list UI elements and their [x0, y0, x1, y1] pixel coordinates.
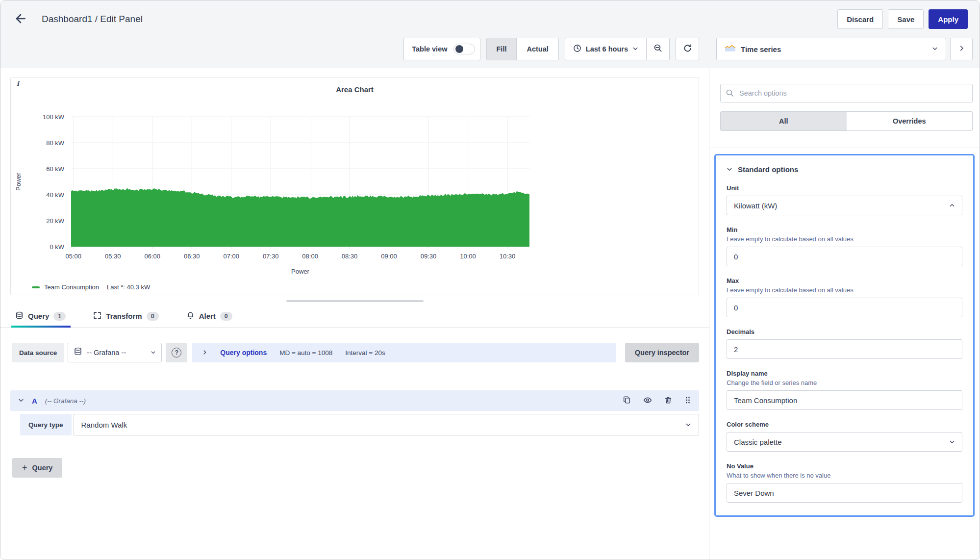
discard-button[interactable]: Discard [837, 9, 883, 29]
duplicate-query-button[interactable] [623, 396, 631, 406]
transform-icon [93, 311, 101, 321]
chevron-down-icon[interactable] [18, 396, 24, 405]
area-chart[interactable]: 0 kW20 kW40 kW60 kW80 kW100 kW05:0005:30… [11, 77, 699, 295]
bell-icon [186, 311, 195, 321]
query-type-label: Query type [20, 414, 72, 435]
time-series-icon [725, 44, 736, 54]
svg-text:09:30: 09:30 [421, 253, 437, 260]
tab-transform[interactable]: Transform 0 [93, 305, 158, 327]
tab-overrides[interactable]: Overrides [847, 112, 973, 130]
svg-text:60 kW: 60 kW [46, 165, 65, 173]
max-field: Max Leave empty to calculate based on al… [727, 277, 962, 317]
save-button[interactable]: Save [888, 9, 924, 29]
editor-tabs: Query 1 Transform 0 Alert 0 [0, 305, 709, 328]
edit-panel-window: Dashboard1 / Edit Panel Discard Save App… [0, 0, 980, 560]
datasource-select[interactable]: -- Grafana -- [68, 343, 162, 362]
tab-all[interactable]: All [721, 112, 847, 130]
database-icon [74, 347, 82, 358]
top-strip: Dashboard1 / Edit Panel Discard Save App… [0, 0, 980, 68]
chevron-down-icon [727, 165, 732, 174]
svg-text:08:00: 08:00 [302, 253, 318, 260]
actual-option[interactable]: Actual [517, 38, 558, 60]
topbar: Dashboard1 / Edit Panel Discard Save App… [0, 0, 980, 38]
legend-swatch [32, 286, 40, 288]
query-options-label: Query options [220, 349, 267, 356]
toggle-visibility-button[interactable] [643, 396, 652, 406]
left-column: i Area Chart 0 kW20 kW40 kW60 kW80 kW100… [0, 68, 709, 560]
color-scheme-field: Color scheme Classic palette [727, 421, 962, 452]
chevron-down-icon [632, 45, 638, 53]
toolbar-row: Table view Fill Actual Last 6 hours [0, 38, 980, 68]
tab-label: Transform [106, 312, 142, 320]
help-icon: ? [172, 348, 181, 357]
search-options-input[interactable] [720, 84, 973, 102]
unit-select[interactable]: Kilowatt (kW) [727, 196, 962, 215]
delete-query-button[interactable] [664, 396, 672, 406]
display-name-field: Display name Change the field or series … [727, 370, 962, 410]
decimals-input[interactable] [727, 339, 962, 359]
interval-stat: Interval = 20s [345, 349, 385, 356]
color-scheme-value: Classic palette [734, 438, 949, 446]
color-scheme-label: Color scheme [727, 421, 962, 428]
max-data-points-stat: MD = auto = 1008 [279, 349, 332, 356]
chevron-right-icon [202, 348, 207, 357]
query-options-bar[interactable]: Query options MD = auto = 1008 Interval … [192, 343, 616, 362]
no-value-input[interactable] [727, 483, 962, 503]
database-icon [15, 311, 24, 321]
chart-panel: i Area Chart 0 kW20 kW40 kW60 kW80 kW100… [10, 77, 699, 295]
clock-icon [573, 44, 581, 54]
display-name-input[interactable] [727, 390, 962, 410]
datasource-help-button[interactable]: ? [166, 343, 187, 362]
query-row-actions [623, 396, 691, 406]
tab-label: Alert [199, 312, 216, 320]
table-view-toggle[interactable] [453, 44, 475, 54]
plus-icon: + [22, 463, 27, 472]
main-area: i Area Chart 0 kW20 kW40 kW60 kW80 kW100… [0, 68, 980, 560]
chevron-down-icon [949, 438, 955, 446]
tab-count-badge: 0 [147, 312, 159, 321]
datasource-value: -- Grafana -- [87, 349, 146, 356]
table-view-label: Table view [412, 45, 447, 53]
query-type-select[interactable]: Random Walk [74, 414, 699, 435]
no-value-label: No Value [727, 462, 962, 470]
add-query-button[interactable]: + Query [12, 458, 62, 478]
search-options-wrap [720, 84, 973, 102]
svg-text:40 kW: 40 kW [46, 191, 65, 199]
max-help-text: Leave empty to calculate based on all va… [727, 286, 962, 294]
collapse-options-button[interactable] [950, 38, 973, 60]
back-arrow-icon [15, 13, 26, 26]
color-scheme-select[interactable]: Classic palette [727, 432, 962, 452]
divider [709, 148, 980, 148]
eye-icon [643, 396, 652, 406]
tab-query[interactable]: Query 1 [15, 305, 66, 327]
min-input[interactable] [727, 247, 962, 266]
svg-text:07:30: 07:30 [263, 253, 279, 260]
drag-query-handle[interactable] [684, 396, 691, 406]
svg-text:10:00: 10:00 [460, 253, 476, 260]
grip-dots-icon [684, 396, 691, 406]
panel-resize-handle[interactable] [286, 300, 424, 302]
tab-alert[interactable]: Alert 0 [186, 305, 232, 327]
options-pane: All Overrides Standard options Unit Kilo… [709, 68, 980, 560]
time-picker-group: Last 6 hours [565, 38, 670, 60]
svg-text:80 kW: 80 kW [46, 139, 65, 147]
time-range-picker[interactable]: Last 6 hours [565, 38, 646, 60]
back-button[interactable] [12, 11, 29, 27]
panel-toolbar: Table view Fill Actual Last 6 hours [0, 38, 709, 60]
query-ref-id[interactable]: A [32, 397, 37, 405]
viz-picker-label: Time series [741, 45, 781, 53]
viz-picker-row: Time series [709, 38, 980, 60]
query-inspector-button[interactable]: Query inspector [625, 343, 699, 362]
refresh-button[interactable] [676, 38, 699, 60]
visualization-picker[interactable]: Time series [716, 38, 946, 60]
decimals-field: Decimals [727, 328, 962, 359]
chart-legend[interactable]: Team Consumption Last *: 40.3 kW [32, 283, 150, 291]
refresh-icon [683, 44, 692, 55]
fill-option[interactable]: Fill [487, 38, 517, 60]
max-input[interactable] [727, 298, 962, 317]
standard-options-header[interactable]: Standard options [727, 165, 962, 174]
zoom-out-button[interactable] [647, 38, 669, 60]
unit-value: Kilowatt (kW) [734, 202, 949, 210]
query-type-value: Random Walk [81, 421, 685, 429]
apply-button[interactable]: Apply [929, 9, 968, 29]
